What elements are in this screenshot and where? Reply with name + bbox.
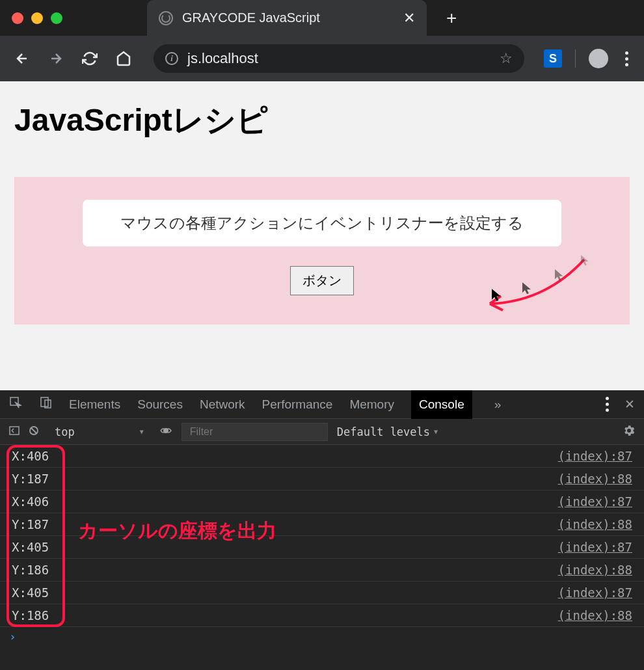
devtools-tab-strip: Elements Sources Network Performance Mem… — [0, 390, 644, 419]
console-message: X:405 — [12, 540, 49, 554]
demo-button[interactable]: ボタン — [290, 266, 354, 295]
bookmark-star-icon[interactable]: ☆ — [500, 50, 513, 67]
console-row: X:406(index):87 — [0, 490, 644, 513]
window-controls — [12, 12, 62, 24]
console-row: Y:186(index):88 — [0, 559, 644, 582]
site-info-icon[interactable]: i — [165, 52, 178, 65]
console-prompt[interactable]: › — [0, 627, 644, 646]
console-source-link[interactable]: (index):88 — [558, 608, 632, 623]
forward-button[interactable] — [46, 48, 66, 69]
console-message: X:406 — [12, 449, 49, 463]
close-tab-icon[interactable]: ✕ — [403, 10, 415, 27]
console-source-link[interactable]: (index):87 — [558, 449, 632, 463]
console-source-link[interactable]: (index):88 — [558, 517, 632, 531]
live-expression-icon[interactable] — [159, 424, 172, 440]
minimize-window-button[interactable] — [31, 12, 43, 24]
console-row: Y:186(index):88 — [0, 604, 644, 627]
console-row: X:405(index):87 — [0, 582, 644, 604]
devtools-menu-button[interactable] — [602, 393, 613, 416]
console-row: Y:187(index):88 — [0, 468, 644, 490]
new-tab-button[interactable]: + — [446, 8, 457, 29]
tab-title: GRAYCODE JavaScript — [182, 10, 394, 25]
context-dropdown[interactable]: top — [48, 423, 150, 441]
reload-button[interactable] — [79, 48, 100, 69]
console-source-link[interactable]: (index):87 — [558, 494, 632, 509]
console-source-link[interactable]: (index):88 — [558, 563, 632, 577]
browser-menu-button[interactable] — [621, 47, 632, 70]
tab-memory[interactable]: Memory — [349, 397, 394, 412]
console-output: X:406(index):87Y:187(index):88X:406(inde… — [0, 445, 644, 646]
clear-console-icon[interactable] — [29, 425, 39, 438]
browser-tab[interactable]: GRAYCODE JavaScript ✕ — [147, 0, 427, 36]
tab-sources[interactable]: Sources — [137, 397, 183, 412]
demo-description: マウスの各種アクションにイベントリスナーを設定する — [83, 200, 561, 247]
console-message: X:406 — [12, 494, 49, 509]
browser-chrome: GRAYCODE JavaScript ✕ + i js.localhost ☆… — [0, 0, 644, 81]
filter-input[interactable] — [181, 423, 328, 441]
console-message: Y:187 — [12, 472, 49, 486]
close-window-button[interactable] — [12, 12, 23, 24]
tab-console[interactable]: Console — [411, 390, 472, 419]
globe-icon — [159, 11, 173, 25]
cursor-trail-annotation — [454, 253, 604, 318]
titlebar: GRAYCODE JavaScript ✕ + — [0, 0, 644, 36]
console-sidebar-toggle-icon[interactable] — [9, 425, 20, 438]
tab-elements[interactable]: Elements — [69, 397, 120, 412]
console-message: X:405 — [12, 585, 49, 600]
console-source-link[interactable]: (index):87 — [558, 540, 632, 554]
browser-toolbar: i js.localhost ☆ S — [0, 36, 644, 81]
back-button[interactable] — [12, 48, 33, 69]
log-levels-dropdown[interactable]: Default levels — [337, 425, 438, 438]
console-source-link[interactable]: (index):88 — [558, 472, 632, 486]
tab-network[interactable]: Network — [200, 397, 245, 412]
console-row: X:406(index):87 — [0, 445, 644, 468]
inspect-icon[interactable] — [9, 396, 22, 412]
toolbar-divider — [575, 49, 576, 68]
page-viewport: JavaScriptレシピ マウスの各種アクションにイベントリスナーを設定する … — [0, 81, 644, 390]
more-tabs-icon[interactable]: » — [494, 397, 502, 412]
annotation-label: カーソルの座標を出力 — [78, 518, 276, 544]
devtools-panel: Elements Sources Network Performance Mem… — [0, 390, 644, 670]
console-source-link[interactable]: (index):87 — [558, 585, 632, 600]
device-toggle-icon[interactable] — [39, 396, 52, 412]
page-title: JavaScriptレシピ — [14, 100, 630, 141]
maximize-window-button[interactable] — [51, 12, 62, 24]
home-button[interactable] — [113, 48, 134, 69]
console-toolbar: top Default levels — [0, 419, 644, 445]
console-message: Y:186 — [12, 608, 49, 623]
extension-icon[interactable]: S — [544, 49, 562, 68]
profile-avatar[interactable] — [589, 49, 608, 68]
url-text: js.localhost — [187, 50, 490, 67]
console-message: Y:187 — [12, 517, 49, 531]
demo-area: マウスの各種アクションにイベントリスナーを設定する ボタン — [14, 177, 630, 325]
devtools-close-icon[interactable]: ✕ — [624, 397, 635, 412]
console-message: Y:186 — [12, 563, 49, 577]
console-settings-icon[interactable] — [623, 425, 635, 439]
tab-performance[interactable]: Performance — [262, 397, 333, 412]
address-bar[interactable]: i js.localhost ☆ — [154, 44, 524, 73]
svg-rect-3 — [10, 427, 19, 435]
